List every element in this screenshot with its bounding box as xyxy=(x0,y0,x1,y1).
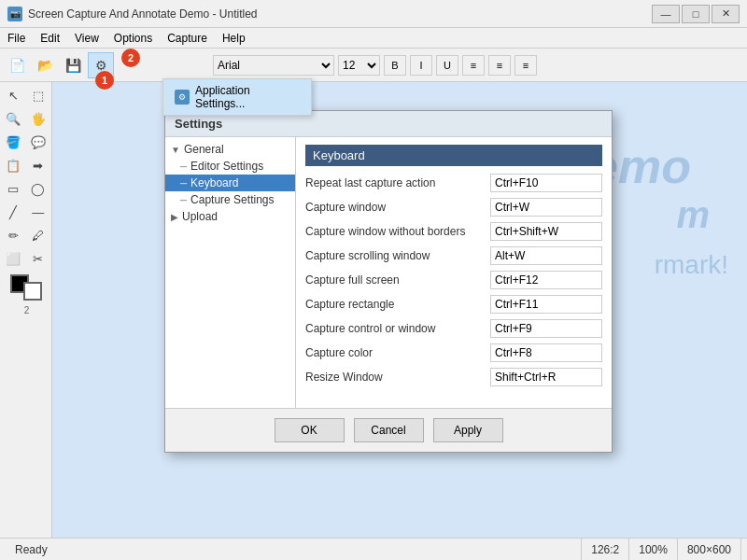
select-region-tool[interactable]: ⬚ xyxy=(27,84,49,106)
settings-row-label: Capture window without borders xyxy=(305,225,490,238)
settings-row: Capture rectangle xyxy=(305,295,602,314)
text-tool[interactable]: 💬 xyxy=(27,131,49,153)
settings-row-input[interactable] xyxy=(490,246,602,265)
hand-tool[interactable]: 🖐 xyxy=(27,107,49,130)
settings-row-input[interactable] xyxy=(490,198,602,217)
ok-button[interactable]: OK xyxy=(275,418,345,442)
tree-keyboard[interactable]: 3 ─ Keyboard xyxy=(165,175,295,191)
settings-row-label: Capture control or window xyxy=(305,322,490,335)
status-zoom: 100% xyxy=(629,539,678,560)
dialog-body: ▼ General ─ Editor Settings 3 ─ Keyboard xyxy=(165,137,612,408)
annotation-1: 1 xyxy=(95,71,114,90)
settings-row-label: Capture window xyxy=(305,201,490,214)
close-button[interactable]: ✕ xyxy=(712,5,740,23)
zoom-tool[interactable]: 🔍 xyxy=(2,107,24,130)
leaf-icon-3: ─ xyxy=(180,195,187,205)
settings-row-input[interactable] xyxy=(490,295,602,314)
menu-options[interactable]: Options xyxy=(106,28,160,48)
arrow-tool[interactable]: ➡ xyxy=(27,154,49,176)
settings-row-input[interactable] xyxy=(490,222,602,241)
align-right-button[interactable]: ≡ xyxy=(514,55,537,76)
title-bar: 📷 Screen Capture And Annotate Demo - Unt… xyxy=(0,0,747,28)
tree-editor-settings[interactable]: ─ Editor Settings xyxy=(165,158,295,175)
annotation-2: 2 xyxy=(121,49,140,67)
settings-row: Repeat last capture action xyxy=(305,174,602,192)
status-ready: Ready xyxy=(6,539,582,560)
settings-row-input[interactable] xyxy=(490,343,602,362)
settings-row-input[interactable] xyxy=(490,368,602,386)
settings-row-input[interactable] xyxy=(490,319,602,338)
settings-row-input[interactable] xyxy=(490,174,602,192)
settings-section-header: Keyboard xyxy=(305,145,602,166)
status-position: 126:2 xyxy=(582,539,629,560)
align-center-button[interactable]: ≡ xyxy=(488,55,511,76)
menu-file[interactable]: File xyxy=(0,28,33,48)
font-area: Arial 12 B I U ≡ ≡ ≡ xyxy=(123,55,537,76)
select-tool[interactable]: ↖ xyxy=(2,84,24,106)
italic-button[interactable]: I xyxy=(410,55,432,76)
settings-dialog: Settings ▼ General ─ Editor Settings xyxy=(164,110,613,453)
ellipse-tool[interactable]: ◯ xyxy=(27,177,49,200)
settings-row: Capture window without borders xyxy=(305,222,602,241)
open-button[interactable]: 📂 xyxy=(32,52,58,78)
settings-row: Resize Window xyxy=(305,368,602,386)
font-size-select[interactable]: 12 xyxy=(338,55,380,76)
pen-tool[interactable]: ✏ xyxy=(2,224,24,246)
line-tool[interactable]: ╱ xyxy=(2,201,24,223)
canvas-area[interactable]: Demo m rmark! Settings ▼ General ─ xyxy=(52,82,747,538)
menu-view[interactable]: View xyxy=(67,28,106,48)
main-area: ↖ ⬚ 🔍 🖐 🪣 💬 📋 ➡ ▭ ◯ ╱ — ✏ 🖊 ⬜ ✂ xyxy=(0,82,747,538)
tree-upload[interactable]: ▶ Upload xyxy=(165,208,295,225)
dialog-overlay: Settings ▼ General ─ Editor Settings xyxy=(52,82,747,538)
eraser-tool[interactable]: ⬜ xyxy=(2,247,24,270)
toolbar: 1 📄 📂 💾 ⚙ ⚙ Application Settings... Aria… xyxy=(0,49,747,82)
crop-tool[interactable]: ✂ xyxy=(27,247,49,270)
window-controls: — □ ✕ xyxy=(652,5,740,23)
settings-row: Capture scrolling window xyxy=(305,246,602,265)
leaf-icon-2: ─ xyxy=(180,178,187,189)
maximize-button[interactable]: □ xyxy=(682,5,710,23)
bold-button[interactable]: B xyxy=(384,55,406,76)
settings-row-label: Capture color xyxy=(305,346,490,359)
menu-capture[interactable]: Capture xyxy=(160,28,215,48)
settings-row-label: Repeat last capture action xyxy=(305,176,490,189)
dash-tool[interactable]: — xyxy=(27,201,49,223)
settings-row-label: Capture rectangle xyxy=(305,298,490,311)
settings-row: Capture window xyxy=(305,198,602,217)
expand-icon: ▼ xyxy=(171,145,180,155)
collapse-icon: ▶ xyxy=(171,212,178,222)
app-settings-menu-item[interactable]: ⚙ Application Settings... xyxy=(163,79,311,115)
tree-capture-settings[interactable]: ─ Capture Settings xyxy=(165,191,295,208)
minimize-button[interactable]: — xyxy=(652,5,680,23)
app-icon: 📷 xyxy=(7,7,22,21)
underline-button[interactable]: U xyxy=(436,55,458,76)
cancel-button[interactable]: Cancel xyxy=(354,418,424,442)
new-button[interactable]: 📄 xyxy=(4,52,30,78)
highlight-tool[interactable]: 🖊 xyxy=(27,224,49,246)
rectangle-tool[interactable]: ▭ xyxy=(2,177,24,200)
status-bar: Ready 126:2 100% 747×560 xyxy=(0,538,747,560)
apply-button[interactable]: Apply xyxy=(433,418,503,442)
stamp-tool[interactable]: 📋 xyxy=(2,154,24,176)
status-dimensions: 747×560 xyxy=(678,539,741,560)
align-left-button[interactable]: ≡ xyxy=(462,55,485,76)
menu-edit[interactable]: Edit xyxy=(33,28,67,48)
settings-row-input[interactable] xyxy=(490,271,602,289)
settings-row: Capture full screen xyxy=(305,271,602,289)
settings-icon: ⚙ xyxy=(175,90,190,105)
tool-size-label: 2 xyxy=(2,305,49,315)
settings-row: Capture control or window xyxy=(305,319,602,338)
font-select[interactable]: Arial xyxy=(213,55,334,76)
menu-help[interactable]: Help xyxy=(215,28,253,48)
background-color[interactable] xyxy=(23,282,42,301)
save-button[interactable]: 💾 xyxy=(60,52,86,78)
settings-row-label: Capture scrolling window xyxy=(305,249,490,262)
app-menu-popup: ⚙ Application Settings... xyxy=(162,78,312,116)
window-title: Screen Capture And Annotate Demo - Untit… xyxy=(28,7,257,21)
settings-panel: Keyboard Repeat last capture actionCaptu… xyxy=(296,137,612,408)
paint-bucket-tool[interactable]: 🪣 xyxy=(2,131,24,153)
dialog-footer: OK Cancel Apply xyxy=(165,408,612,452)
tree-panel: ▼ General ─ Editor Settings 3 ─ Keyboard xyxy=(165,137,296,408)
tree-general[interactable]: ▼ General xyxy=(165,141,295,158)
left-toolbar: ↖ ⬚ 🔍 🖐 🪣 💬 📋 ➡ ▭ ◯ ╱ — ✏ 🖊 ⬜ ✂ xyxy=(0,82,52,538)
